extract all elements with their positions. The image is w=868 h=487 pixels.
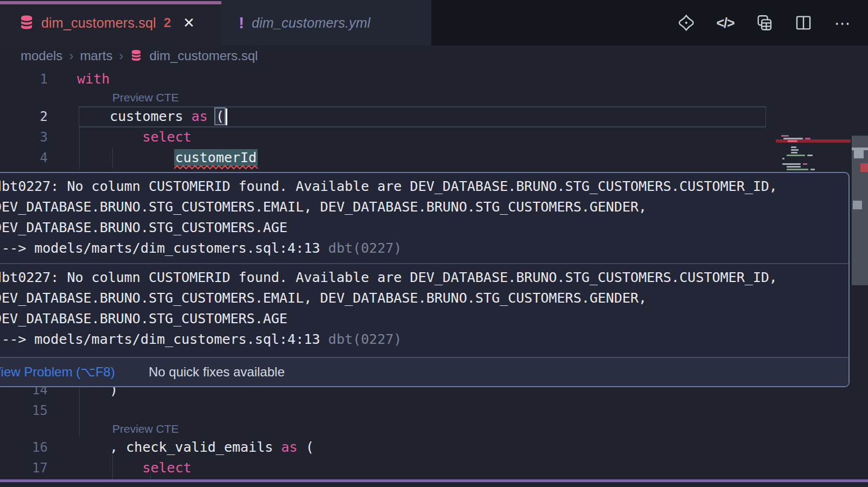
tab-dim-customers-sql[interactable]: dim_customers.sql 2 ✕ bbox=[0, 0, 221, 46]
error-message-line: DEV_DATABASE.BRUNO.STG_CUSTOMERS.AGE bbox=[0, 217, 848, 238]
error-location-line: --> models/marts/dim_customers.sql:4:13 … bbox=[0, 329, 848, 350]
minimap-code-bar bbox=[810, 169, 815, 170]
text-cursor bbox=[226, 108, 227, 125]
minimap-code-bar bbox=[781, 135, 789, 137]
close-tab-icon[interactable]: ✕ bbox=[183, 15, 195, 31]
code-line-17[interactable]: select bbox=[77, 458, 192, 478]
scrollbar-error-marker bbox=[860, 163, 868, 172]
error-message-line: DEV_DATABASE.BRUNO.STG_CUSTOMERS.EMAIL, … bbox=[0, 197, 848, 217]
tab-title: dim_customers.yml bbox=[252, 15, 371, 31]
code-token bbox=[77, 460, 142, 476]
code-line-2[interactable]: customers as ( bbox=[77, 106, 224, 127]
error-message-line: DEV_DATABASE.BRUNO.STG_CUSTOMERS.AGE bbox=[0, 309, 848, 329]
minimap-code-bar bbox=[803, 163, 807, 165]
minimap-code-bar bbox=[791, 152, 797, 153]
more-actions-icon[interactable]: ⋯ bbox=[832, 12, 853, 33]
codelens-preview-cte[interactable]: Preview CTE bbox=[112, 421, 179, 437]
indent-guide bbox=[150, 475, 151, 479]
error-token-customerid: customerId bbox=[174, 149, 258, 166]
scrollbar-decoration bbox=[854, 150, 864, 158]
line-number: 1 bbox=[0, 69, 48, 89]
error-message-line: dbt0227: No column CUSTOMERID found. Ava… bbox=[0, 267, 848, 288]
hover-status-bar: View Problem (⌥F8) No quick fixes availa… bbox=[0, 357, 848, 386]
panel-border bbox=[0, 479, 868, 482]
minimap-code-bar bbox=[787, 155, 805, 156]
minimap-code-bar bbox=[788, 140, 796, 142]
line-number: 17 bbox=[0, 458, 48, 478]
error-message-block: dbt0227: No column CUSTOMERID found. Ava… bbox=[0, 173, 848, 263]
breadcrumb-file[interactable]: dim_customers.sql bbox=[149, 48, 258, 63]
editor-actions: </> ⋯ bbox=[676, 0, 853, 46]
indent-guide bbox=[79, 127, 80, 169]
line-number: 2 bbox=[0, 106, 48, 127]
query-results-icon[interactable] bbox=[754, 12, 775, 33]
database-file-icon bbox=[130, 49, 143, 63]
indent-guide bbox=[112, 454, 113, 479]
error-exclamation-icon: ! bbox=[239, 14, 244, 32]
code-token: ( bbox=[214, 107, 226, 125]
split-editor-icon[interactable] bbox=[793, 12, 814, 33]
code-token bbox=[77, 150, 175, 165]
minimap-code-bar bbox=[783, 138, 803, 139]
minimap-code-bar bbox=[782, 163, 801, 165]
database-file-icon bbox=[18, 14, 35, 31]
minimap-error-line bbox=[776, 139, 851, 143]
error-location-line: --> models/marts/dim_customers.sql:4:13 … bbox=[0, 238, 848, 259]
error-hover-popup: dbt0227: No column CUSTOMERID found. Ava… bbox=[0, 172, 850, 387]
tab-title: dim_customers.sql bbox=[41, 15, 156, 31]
line-number: 16 bbox=[0, 437, 48, 458]
error-message-block: dbt0227: No column CUSTOMERID found. Ava… bbox=[0, 264, 848, 354]
minimap-code-bar bbox=[791, 149, 799, 151]
dbt-logo-icon[interactable] bbox=[676, 12, 697, 33]
error-message-line: DEV_DATABASE.BRUNO.STG_CUSTOMERS.EMAIL, … bbox=[0, 288, 848, 309]
indent-guide bbox=[79, 380, 80, 437]
error-message-line: dbt0227: No column CUSTOMERID found. Ava… bbox=[0, 176, 848, 197]
code-token: as bbox=[281, 439, 297, 455]
code-token: customers bbox=[77, 108, 192, 124]
chevron-right-icon: › bbox=[119, 48, 123, 63]
code-token: select bbox=[142, 460, 191, 476]
error-source-code: dbt(0227) bbox=[328, 331, 401, 347]
view-problem-link[interactable]: View Problem (⌥F8) bbox=[0, 364, 115, 380]
code-token: as bbox=[192, 108, 208, 124]
code-line-3[interactable]: select bbox=[77, 127, 192, 148]
line-number: 4 bbox=[0, 148, 48, 168]
scrollbar-decoration bbox=[853, 201, 862, 209]
line-number: 15 bbox=[0, 400, 48, 421]
line-number: 3 bbox=[0, 127, 48, 148]
chevron-right-icon: › bbox=[69, 48, 73, 63]
minimap-code-bar bbox=[807, 155, 813, 156]
breadcrumb-marts[interactable]: marts bbox=[80, 48, 112, 63]
indent-guide bbox=[112, 148, 113, 169]
tab-problem-count: 2 bbox=[164, 15, 171, 30]
tab-dim-customers-yml[interactable]: ! dim_customers.yml bbox=[221, 0, 431, 46]
breadcrumb: models › marts › dim_customers.sql bbox=[21, 46, 258, 66]
code-token: with bbox=[77, 71, 110, 87]
minimap-code-bar bbox=[782, 158, 784, 159]
code-line-1[interactable]: with bbox=[77, 69, 110, 89]
compiled-code-icon[interactable]: </> bbox=[715, 12, 736, 33]
minimap-code-bar bbox=[805, 138, 810, 139]
codelens-preview-cte[interactable]: Preview CTE bbox=[112, 89, 179, 106]
code-token: , check_valid_emails bbox=[77, 439, 281, 455]
error-source-code: dbt(0227) bbox=[328, 240, 401, 256]
error-squiggle bbox=[174, 164, 259, 170]
breadcrumb-models[interactable]: models bbox=[21, 48, 62, 63]
minimap-code-bar bbox=[787, 169, 808, 170]
active-tab-accent bbox=[0, 1, 221, 4]
minimap-code-bar bbox=[791, 146, 796, 148]
minimap-code-bar bbox=[787, 166, 801, 168]
code-token: select bbox=[142, 129, 191, 145]
no-quick-fixes-label: No quick fixes available bbox=[149, 364, 285, 380]
tab-bar: dim_customers.sql 2 ✕ ! dim_customers.ym… bbox=[0, 0, 868, 46]
code-token bbox=[77, 129, 142, 145]
code-token: ( bbox=[297, 439, 314, 455]
